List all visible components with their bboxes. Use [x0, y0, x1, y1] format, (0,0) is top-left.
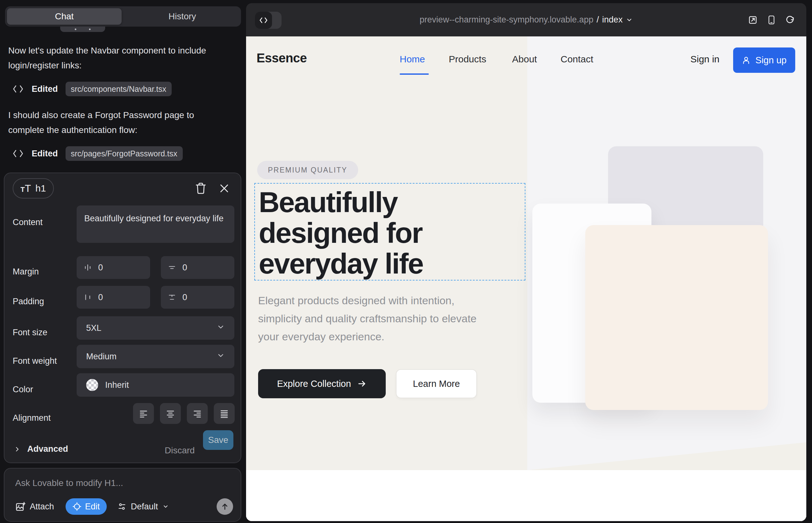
- margin-horizontal-icon: [84, 264, 92, 272]
- chevron-down-icon: [626, 16, 633, 23]
- align-center-icon: [166, 409, 175, 418]
- chrome-actions: [748, 3, 795, 36]
- color-field[interactable]: Inherit: [77, 373, 234, 397]
- hero-heading-line: designed for: [259, 217, 423, 248]
- padding-horizontal-icon: [84, 293, 92, 301]
- margin-x-field[interactable]: [77, 256, 150, 279]
- mobile-phone-icon: [767, 15, 776, 25]
- save-button[interactable]: Save: [203, 430, 233, 450]
- nav-link-products[interactable]: Products: [449, 54, 486, 65]
- font-weight-select[interactable]: Medium: [77, 345, 234, 368]
- align-justify-icon: [219, 409, 229, 418]
- alignment-label: Alignment: [13, 413, 51, 423]
- url-separator: /: [597, 15, 599, 25]
- advanced-label: Advanced: [27, 444, 68, 454]
- tab-history[interactable]: History: [124, 6, 241, 26]
- hero-heading[interactable]: Beautifully designed for everyday life: [259, 187, 423, 279]
- padding-label: Padding: [13, 296, 44, 306]
- chat-message: Now let's update the Navbar component to…: [8, 43, 224, 73]
- refresh-icon: [785, 15, 795, 25]
- learn-more-button[interactable]: Learn More: [396, 369, 477, 398]
- margin-x-input[interactable]: [98, 263, 136, 273]
- align-center-button[interactable]: [160, 403, 181, 424]
- chat-message: I should also create a Forgot Password p…: [8, 108, 224, 138]
- edit-mode-button[interactable]: Edit: [66, 498, 107, 515]
- element-tag-label: h1: [35, 183, 46, 194]
- crosshair-icon: [72, 502, 82, 511]
- advanced-toggle[interactable]: Advanced: [14, 444, 68, 454]
- code-preview-toggle[interactable]: [255, 12, 282, 29]
- align-left-button[interactable]: [133, 403, 154, 424]
- explore-collection-label: Explore Collection: [277, 379, 351, 389]
- chat-composer: Attach Edit Default: [4, 468, 241, 522]
- site-viewport: Essence Home Products About Contact Sign…: [246, 36, 806, 521]
- color-value: Inherit: [105, 380, 129, 390]
- h1-selection-outline[interactable]: Beautifully designed for everyday life: [254, 183, 525, 281]
- arrow-up-icon: [221, 502, 229, 511]
- content-input[interactable]: Beautifully designed for everyday life: [77, 205, 234, 243]
- active-nav-underline: [400, 73, 429, 75]
- padding-x-input[interactable]: [98, 292, 136, 302]
- next-section: [246, 470, 806, 521]
- code-toggle-active-segment[interactable]: [255, 12, 272, 29]
- nav-link-contact[interactable]: Contact: [561, 54, 593, 65]
- model-selector[interactable]: Default: [118, 502, 169, 511]
- learn-more-label: Learn More: [413, 379, 460, 389]
- selected-element-tag[interactable]: TT h1: [13, 178, 54, 198]
- user-icon: [742, 56, 751, 65]
- attach-button[interactable]: Attach: [15, 502, 54, 511]
- lovable-editor-app: Chat History Now let's update the Navbar…: [0, 0, 812, 523]
- padding-vertical-icon: [168, 293, 176, 301]
- font-size-value: 5XL: [86, 323, 101, 333]
- padding-y-field[interactable]: [161, 286, 234, 309]
- nav-link-about[interactable]: About: [512, 54, 537, 65]
- sidebar: Chat History Now let's update the Navbar…: [0, 0, 246, 523]
- mobile-view-button[interactable]: [767, 15, 776, 25]
- margin-label: Margin: [13, 267, 39, 277]
- sign-in-link[interactable]: Sign in: [690, 54, 720, 65]
- margin-y-field[interactable]: [161, 256, 234, 279]
- open-external-button[interactable]: [748, 15, 758, 25]
- content-label: Content: [13, 217, 43, 227]
- close-panel-button[interactable]: [217, 181, 231, 195]
- nav-link-home[interactable]: Home: [400, 54, 425, 65]
- trash-icon: [195, 182, 206, 194]
- refresh-button[interactable]: [785, 15, 795, 25]
- send-button[interactable]: [217, 498, 233, 515]
- delete-element-button[interactable]: [194, 181, 208, 195]
- transparency-swatch-icon: [86, 379, 98, 391]
- url-bar[interactable]: preview--charming-site-symphony.lovable.…: [420, 15, 633, 25]
- edited-file-chip[interactable]: src/pages/ForgotPassword.tsx: [66, 146, 183, 161]
- align-justify-button[interactable]: [214, 403, 235, 424]
- chevron-down-icon: [217, 351, 225, 362]
- code-icon: [13, 149, 23, 158]
- discard-button[interactable]: Discard: [165, 446, 195, 455]
- font-size-select[interactable]: 5XL: [77, 316, 234, 340]
- tab-chat[interactable]: Chat: [7, 8, 122, 25]
- margin-y-input[interactable]: [182, 263, 220, 273]
- padding-y-input[interactable]: [182, 292, 220, 302]
- code-icon: [13, 85, 23, 93]
- align-right-button[interactable]: [187, 403, 208, 424]
- decorative-card-beige: [585, 225, 768, 410]
- font-size-label: Font size: [13, 328, 48, 338]
- url-page: index: [602, 15, 623, 25]
- edited-file-chip[interactable]: src/components/Navbar.tsx: [66, 82, 172, 96]
- edited-file-row: Edited src/pages/ForgotPassword.tsx: [13, 146, 183, 161]
- explore-collection-button[interactable]: Explore Collection: [258, 369, 386, 398]
- external-link-icon: [748, 15, 758, 25]
- sign-up-button[interactable]: Sign up: [733, 48, 795, 73]
- model-label: Default: [131, 502, 158, 511]
- align-left-icon: [139, 409, 148, 418]
- padding-x-field[interactable]: [77, 286, 150, 309]
- attach-label: Attach: [30, 502, 54, 511]
- edited-file-row: Edited src/components/Navbar.tsx: [13, 82, 172, 96]
- edit-label: Edit: [85, 502, 100, 511]
- chat-history-tabs: Chat History: [5, 6, 241, 26]
- font-weight-value: Medium: [86, 352, 117, 362]
- site-logo[interactable]: Essence: [257, 51, 307, 65]
- chevron-down-icon: [217, 323, 225, 333]
- composer-input[interactable]: [15, 478, 224, 488]
- margin-vertical-icon: [168, 264, 176, 272]
- sign-up-label: Sign up: [755, 55, 786, 66]
